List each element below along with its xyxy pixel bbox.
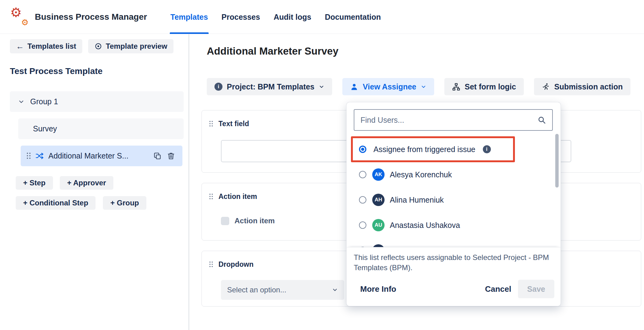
copy-icon[interactable]: [153, 152, 161, 160]
project-selector-button[interactable]: i Project: BPM Templates: [207, 78, 332, 95]
set-form-logic-button[interactable]: Set form logic: [444, 78, 524, 95]
assignee-button-label: View Assignee: [363, 82, 416, 91]
templates-list-back-button[interactable]: ← Templates list: [10, 39, 82, 53]
chevron-down-icon: [319, 84, 324, 90]
user-name: Alesya Korenchuk: [390, 170, 452, 179]
option-user[interactable]: AK Alesya Korenchuk: [347, 162, 560, 187]
option-assignee-from-triggered-issue[interactable]: Assignee from triggered issue i: [347, 137, 560, 162]
project-button-label: Project: BPM Templates: [227, 82, 314, 91]
gear-icon: ⚙: [21, 18, 29, 27]
drag-handle-icon[interactable]: [210, 121, 213, 127]
dropdown-placeholder: Select an option...: [227, 286, 286, 294]
add-conditional-step-button[interactable]: + Conditional Step: [16, 196, 96, 210]
add-step-button[interactable]: + Step: [16, 176, 53, 190]
find-users-search-input[interactable]: [354, 109, 553, 131]
chevron-down-icon: [421, 84, 426, 90]
info-icon: i: [214, 83, 222, 91]
search-icon: [537, 116, 546, 124]
runner-icon: [542, 83, 550, 91]
primary-nav: Templates Processes Audit logs Documenta…: [170, 0, 381, 34]
tab-processes[interactable]: Processes: [222, 0, 260, 34]
preview-button-label: Template preview: [106, 42, 167, 51]
drag-handle-icon[interactable]: [210, 262, 213, 267]
chevron-down-icon: [332, 287, 338, 293]
avatar: AU: [372, 219, 385, 231]
person-icon: [350, 83, 358, 91]
assignee-popover: Assignee from triggered issue i AK Alesy…: [346, 102, 561, 306]
tab-templates[interactable]: Templates: [170, 0, 208, 34]
radio-unselected[interactable]: [359, 171, 366, 178]
selected-item-label: Additional Marketer S...: [48, 151, 128, 160]
group-row[interactable]: Group 1: [10, 91, 184, 112]
avatar: AK: [372, 168, 385, 181]
tab-audit-logs[interactable]: Audit logs: [274, 0, 311, 34]
sitemap-icon: [452, 83, 460, 91]
option-user[interactable]: AH Alina Humeniuk: [347, 187, 560, 212]
avatar: AH: [372, 194, 385, 206]
form-logic-button-label: Set form logic: [465, 82, 516, 91]
chevron-down-icon: [18, 98, 25, 105]
top-navbar: ⚙ ⚙ Business Process Manager Templates P…: [0, 0, 644, 34]
survey-item-label: Survey: [33, 124, 57, 133]
info-icon[interactable]: i: [483, 145, 491, 153]
app-title: Business Process Manager: [35, 12, 147, 22]
submission-button-label: Submission action: [554, 82, 623, 91]
option-user-partial[interactable]: [347, 238, 560, 247]
app-logo-gears-icon: ⚙ ⚙: [10, 8, 28, 26]
radio-unselected[interactable]: [359, 221, 366, 229]
radio-unselected[interactable]: [359, 196, 366, 204]
back-button-label: Templates list: [27, 42, 76, 51]
gear-icon: ⚙: [10, 6, 22, 19]
popover-footer: This list reflects users assignable to S…: [347, 247, 560, 306]
drag-handle-icon[interactable]: [27, 153, 31, 159]
add-approver-button[interactable]: + Approver: [60, 176, 113, 190]
dropdown-select[interactable]: Select an option...: [221, 280, 344, 300]
page: ⚙ ⚙ Business Process Manager Templates P…: [0, 0, 644, 330]
field-label: Dropdown: [218, 260, 254, 269]
assignable-users-note: This list reflects users assignable to S…: [354, 252, 553, 273]
template-preview-button[interactable]: Template preview: [88, 39, 173, 53]
assignee-options-list: Assignee from triggered issue i AK Alesy…: [347, 137, 560, 247]
drag-handle-icon[interactable]: [210, 194, 213, 200]
sidebar-item-additional-marketer-survey[interactable]: Additional Marketer S...: [21, 146, 182, 166]
field-label: Action item: [218, 192, 257, 201]
more-info-link[interactable]: More Info: [360, 284, 396, 294]
add-group-button[interactable]: + Group: [103, 196, 146, 210]
user-name: Anastasia Ushakova: [390, 221, 460, 230]
action-item-checkbox[interactable]: [221, 217, 229, 225]
submission-action-button[interactable]: Submission action: [534, 78, 630, 95]
avatar: [372, 244, 385, 247]
template-name-heading: Test Process Template: [10, 66, 103, 76]
cancel-button[interactable]: Cancel: [485, 284, 511, 294]
option-label: Assignee from triggered issue: [373, 145, 475, 154]
save-button-disabled[interactable]: Save: [518, 280, 554, 298]
shuffle-icon: [35, 152, 44, 160]
group-label: Group 1: [30, 97, 58, 106]
user-name: Alina Humeniuk: [390, 196, 444, 204]
sidebar: ← Templates list Template preview Test P…: [0, 34, 189, 330]
arrow-left-icon: ←: [16, 42, 24, 50]
option-user[interactable]: AU Anastasia Ushakova: [347, 212, 560, 238]
sidebar-item-survey[interactable]: Survey: [18, 118, 184, 139]
radio-selected[interactable]: [359, 146, 366, 153]
trash-icon[interactable]: [167, 152, 175, 160]
field-label: Text field: [218, 120, 249, 128]
popover-scrollbar[interactable]: [555, 134, 559, 188]
page-title: Additional Marketer Survey: [207, 45, 338, 57]
toolbar: i Project: BPM Templates View Assignee S…: [207, 78, 630, 95]
tab-documentation[interactable]: Documentation: [325, 0, 381, 34]
view-assignee-button[interactable]: View Assignee: [342, 78, 434, 95]
preview-target-icon: [94, 42, 102, 50]
action-item-checkbox-label: Action item: [234, 217, 275, 225]
